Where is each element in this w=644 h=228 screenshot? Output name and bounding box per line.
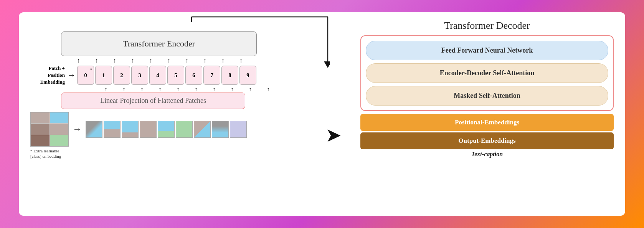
token-0: 0* bbox=[77, 66, 94, 85]
up-arrow-8: ↑ bbox=[215, 57, 231, 65]
big-right-arrow: ➤ bbox=[325, 124, 342, 146]
token-7: 7 bbox=[203, 66, 220, 85]
token-boxes: 0* 1 2 3 4 5 6 7 8 9 bbox=[77, 66, 256, 85]
middle-arrow-area: ➤ bbox=[318, 20, 349, 208]
patch-position-label: Patch + PositionEmbedding bbox=[30, 65, 65, 86]
up-arrow-6: ↑ bbox=[178, 57, 195, 65]
up-arrow-lp-0: ↑ bbox=[97, 86, 114, 93]
main-container: Transformer Encoder ↑ ↑ ↑ ↑ ↑ ↑ ↑ ↑ ↑ bbox=[0, 0, 644, 228]
up-arrow-4: ↑ bbox=[142, 57, 159, 65]
layer-enc-dec: Encoder-Decoder Self-Attention bbox=[366, 63, 608, 83]
decoder-box: Feed Forward Neural Network Encoder-Deco… bbox=[360, 35, 614, 111]
patch-images-row bbox=[86, 121, 247, 138]
token-8: 8 bbox=[221, 66, 238, 85]
patch-7 bbox=[194, 121, 211, 138]
token-9: 9 bbox=[239, 66, 256, 85]
up-arrow-2: ↑ bbox=[106, 57, 123, 65]
text-caption: Text-caption bbox=[360, 151, 614, 158]
white-card: Transformer Encoder ↑ ↑ ↑ ↑ ↑ ↑ ↑ ↑ ↑ bbox=[19, 12, 625, 216]
left-panel: Transformer Encoder ↑ ↑ ↑ ↑ ↑ ↑ ↑ ↑ ↑ bbox=[30, 20, 307, 208]
up-arrow-3: ↑ bbox=[124, 57, 141, 65]
up-arrow-lp-4: ↑ bbox=[170, 86, 187, 93]
up-arrow-1: ↑ bbox=[88, 57, 105, 65]
source-image bbox=[30, 112, 69, 147]
patch-6 bbox=[176, 121, 193, 138]
transformer-encoder-box: Transformer Encoder bbox=[61, 31, 257, 56]
up-arrow-lp-5: ↑ bbox=[188, 86, 205, 93]
token-5: 5 bbox=[167, 66, 184, 85]
patch-9 bbox=[230, 121, 247, 138]
long-arrow: → bbox=[73, 124, 82, 134]
tokens-row: Patch + PositionEmbedding → 0* 1 2 3 4 5… bbox=[30, 65, 307, 86]
positional-embed: Positional-Embeddings bbox=[360, 114, 614, 131]
up-arrow-lp-8: ↑ bbox=[242, 86, 259, 93]
up-arrow-lp-3: ↑ bbox=[152, 86, 168, 93]
up-arrow-0: ↑ bbox=[70, 57, 87, 65]
token-4: 4 bbox=[149, 66, 166, 85]
linear-proj-label: Linear Projection of Flattened Patches bbox=[100, 97, 206, 104]
token-3: 3 bbox=[131, 66, 148, 85]
up-arrow-9: ↑ bbox=[233, 57, 249, 65]
token-6: 6 bbox=[185, 66, 202, 85]
up-arrow-5: ↑ bbox=[160, 57, 177, 65]
patch-4 bbox=[140, 121, 157, 138]
layer-ffn: Feed Forward Neural Network bbox=[366, 41, 608, 60]
extra-learnable-note: * Extra learnable[class] embedding bbox=[30, 148, 65, 159]
images-section: → bbox=[30, 112, 247, 147]
token-1: 1 bbox=[95, 66, 112, 85]
decoder-title: Transformer Decoder bbox=[360, 20, 614, 31]
up-arrow-lp-7: ↑ bbox=[224, 86, 241, 93]
layer-masked: Masked Self-Attention bbox=[366, 86, 608, 106]
patch-3 bbox=[122, 121, 139, 138]
right-panel: Transformer Decoder Feed Forward Neural … bbox=[360, 20, 614, 208]
patch-5 bbox=[158, 121, 175, 138]
up-arrow-lp-6: ↑ bbox=[206, 86, 223, 93]
up-arrow-lp-1: ↑ bbox=[116, 86, 132, 93]
patch-8 bbox=[212, 121, 229, 138]
linear-proj-box: Linear Projection of Flattened Patches bbox=[61, 93, 245, 109]
patch-2 bbox=[104, 121, 121, 138]
up-arrow-lp-9: ↑ bbox=[260, 86, 277, 93]
encoder-label: Transformer Encoder bbox=[123, 39, 195, 48]
up-arrow-7: ↑ bbox=[197, 57, 213, 65]
token-2: 2 bbox=[113, 66, 130, 85]
up-arrow-lp-2: ↑ bbox=[134, 86, 150, 93]
arrow-to-tokens: → bbox=[67, 70, 76, 80]
patch-1 bbox=[86, 121, 102, 138]
output-embed: Output-Embeddings bbox=[360, 132, 614, 149]
